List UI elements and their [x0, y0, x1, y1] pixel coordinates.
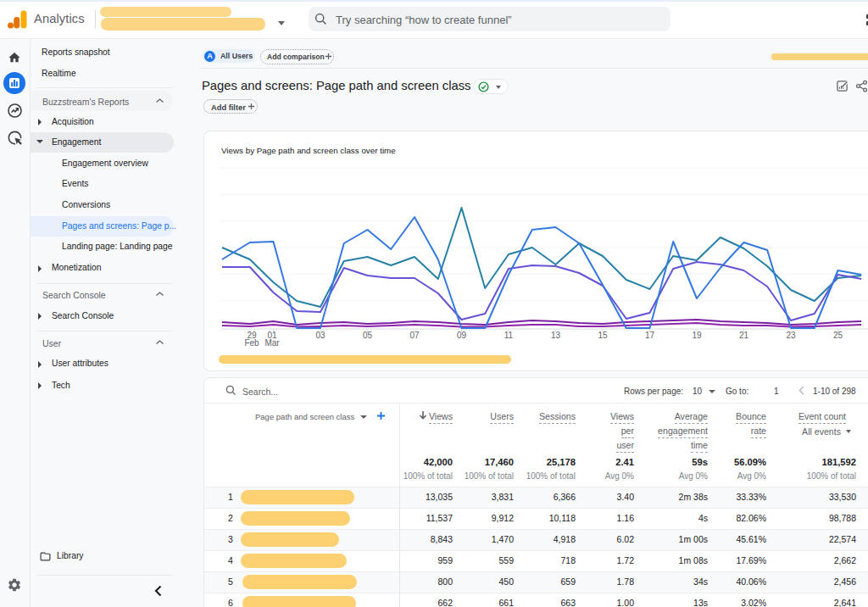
- svg-text:Feb: Feb: [244, 338, 259, 348]
- svg-text:13: 13: [551, 331, 561, 340]
- svg-text:19: 19: [692, 331, 702, 340]
- svg-text:Mar: Mar: [264, 338, 280, 348]
- svg-text:07: 07: [409, 331, 420, 340]
- svg-text:23: 23: [786, 331, 796, 340]
- svg-text:15: 15: [598, 331, 608, 340]
- svg-text:05: 05: [363, 331, 373, 340]
- svg-text:17: 17: [645, 331, 655, 340]
- svg-text:03: 03: [315, 331, 326, 340]
- svg-text:21: 21: [739, 331, 749, 340]
- svg-text:09: 09: [457, 331, 467, 340]
- svg-text:11: 11: [504, 331, 514, 340]
- svg-text:25: 25: [833, 331, 843, 340]
